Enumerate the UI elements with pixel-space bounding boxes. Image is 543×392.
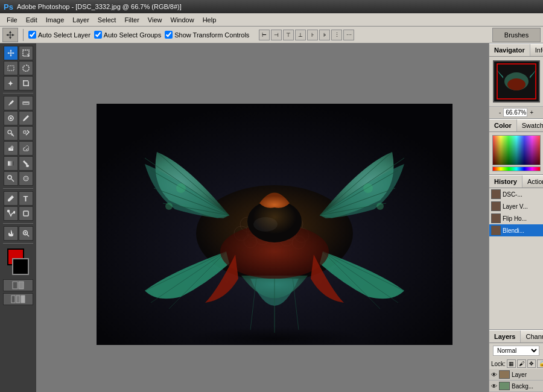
spot-heal-btn[interactable] [4,111,18,125]
color-spectrum[interactable] [492,135,541,165]
auto-select-layer-label[interactable]: Auto Select Layer [28,31,91,39]
lock-image-icon[interactable]: 🖌 [517,359,526,368]
color-swatches[interactable] [5,248,31,275]
tab-channels[interactable]: Channels [521,330,543,343]
navigator-preview [493,60,540,103]
tab-history[interactable]: History [489,175,522,188]
menu-item-help[interactable]: Help [198,15,221,25]
eraser-btn[interactable] [4,141,18,156]
zoom-in-icon[interactable]: + [530,109,533,116]
align-left-icon[interactable]: ⊢ [259,30,270,40]
show-transform-controls-label[interactable]: Show Transform Controls [165,31,249,39]
zoom-value[interactable]: 66.67% [503,108,527,117]
crop-btn[interactable] [19,76,33,90]
blur-btn[interactable] [19,171,33,186]
layer-visibility-icon[interactable]: 👁 [491,383,497,390]
blend-mode-select[interactable]: Normal [493,346,539,356]
ruler-btn[interactable] [19,96,33,110]
menu-item-filter[interactable]: Filter [120,15,143,25]
menu-item-view[interactable]: View [144,15,167,25]
tab-layers[interactable]: Layers [489,330,521,343]
layers-panel: Layers Channels Normal Lock: ▦ 🖌 ✥ 🔒 👁 L… [489,329,543,392]
tab-actions[interactable]: Actions [522,175,543,188]
brush-btn[interactable] [19,111,33,125]
main-area: ✦ [0,43,543,392]
rect-marquee-btn[interactable] [4,61,18,75]
history-item[interactable]: Flip Ho... [489,212,543,224]
lock-label: Lock: [491,361,506,367]
history-item[interactable]: Blendi... [489,224,543,236]
menu-item-file[interactable]: File [2,15,22,25]
align-top-icon[interactable]: ⊥ [295,30,306,40]
clone-stamp-btn[interactable] [4,126,18,141]
brush-preset-icon[interactable]: Brushes [492,28,541,42]
lock-position-icon[interactable]: ✥ [527,359,536,368]
right-panel: Navigator Info - 66.67% [489,43,543,392]
align-bottom-icon[interactable]: ⊧ [319,30,330,40]
lock-all-icon[interactable]: 🔒 [537,359,543,368]
history-item[interactable]: DSC-... [489,188,543,200]
shape-btn[interactable] [19,206,33,221]
dodge-btn[interactable] [4,171,18,186]
svg-rect-31 [19,282,24,289]
history-item-label: Flip Ho... [503,215,527,222]
svg-rect-25 [24,211,28,216]
svg-point-84 [507,78,526,90]
svg-point-21 [24,176,28,181]
menu-item-select[interactable]: Select [94,15,121,25]
tool-separator-2 [3,188,33,189]
menu-item-image[interactable]: Image [42,15,69,25]
background-color[interactable] [12,258,29,275]
layer-visibility-icon[interactable]: 👁 [491,371,497,378]
background-eraser-btn[interactable] [19,141,33,156]
canvas-area[interactable] [36,43,489,392]
layer-item[interactable]: 👁 Layer [489,369,543,381]
path-selection-btn[interactable] [4,206,18,221]
align-middle-icon[interactable]: ⊦ [307,30,318,40]
layer-name: Backg... [512,383,533,390]
distribute-h-icon[interactable]: ⋮ [331,30,342,40]
distribute-v-icon[interactable]: ⋯ [343,30,354,40]
title-text: Adobe Photoshop - [DSC_3332.jpg @ 66.7% … [17,3,182,10]
gradient-btn[interactable] [4,156,18,171]
layers-panel-header: Layers Channels [489,330,543,343]
tab-info[interactable]: Info [530,44,543,56]
history-item-label: DSC-... [503,191,522,198]
pen-btn[interactable] [4,191,18,206]
text-btn[interactable]: T [19,191,33,206]
history-brush-btn[interactable] [19,126,33,141]
align-center-h-icon[interactable]: ⊣ [271,30,282,40]
auto-select-layer-checkbox[interactable] [28,31,36,39]
auto-select-groups-checkbox[interactable] [94,31,102,39]
tab-swatches[interactable]: Swatches [517,119,543,131]
show-transform-controls-checkbox[interactable] [165,31,173,39]
menu-item-window[interactable]: Window [167,15,198,25]
history-item[interactable]: Layer V... [489,200,543,212]
layers-list: 👁 Layer 👁 Backg... [489,369,543,392]
align-right-icon[interactable]: ⊤ [283,30,294,40]
layer-item[interactable]: 👁 Backg... [489,381,543,392]
paint-bucket-btn[interactable] [19,156,33,171]
eyedropper-btn[interactable] [4,96,18,110]
tab-navigator[interactable]: Navigator [489,44,530,56]
move-tool-btn[interactable] [4,46,18,60]
screen-mode-btn[interactable] [3,293,33,305]
menu-item-edit[interactable]: Edit [22,15,42,25]
zoom-btn[interactable] [19,226,33,241]
svg-point-78 [376,203,384,210]
move-tool-icon[interactable] [2,28,18,42]
lock-transparent-icon[interactable]: ▦ [507,359,516,368]
selection-tool-btn[interactable] [19,46,33,60]
zoom-out-icon[interactable]: - [499,109,501,116]
tab-color[interactable]: Color [489,119,517,131]
menu-item-layer[interactable]: Layer [68,15,94,25]
hue-bar[interactable] [492,166,541,171]
svg-point-24 [13,212,15,213]
auto-select-groups-label[interactable]: Auto Select Groups [94,31,161,39]
quick-mask-btn[interactable] [3,279,33,291]
lasso-btn[interactable] [19,61,33,75]
hand-btn[interactable] [4,226,18,241]
magic-wand-btn[interactable]: ✦ [4,76,18,90]
tool-separator-3 [3,223,33,224]
history-panel-header: History Actions [489,175,543,188]
